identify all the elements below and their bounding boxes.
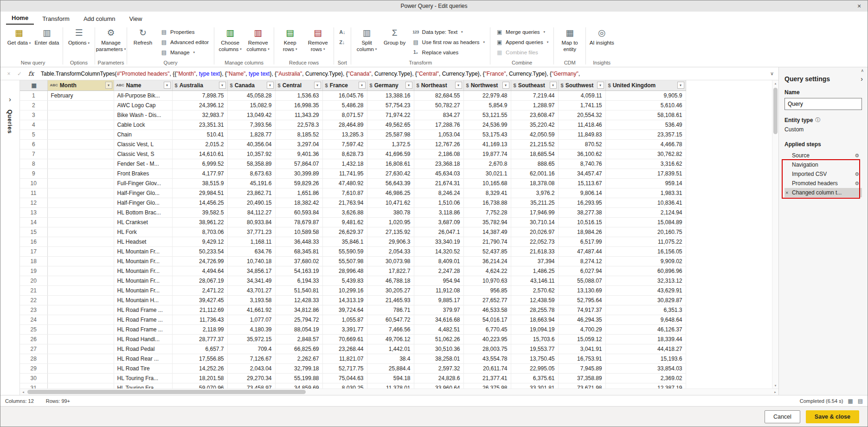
filter-icon[interactable]: ▾ [550, 82, 557, 89]
cell[interactable]: 1,510.06 [414, 198, 463, 207]
cell[interactable]: 1,651.86 [275, 188, 322, 198]
cell[interactable]: 4,177.97 [172, 168, 227, 178]
cell[interactable]: 2,471.22 [172, 285, 227, 295]
data-type-text-button[interactable]: 123Data type: Text▾ [409, 27, 488, 37]
row-number[interactable]: 18 [20, 256, 47, 266]
cell[interactable]: 30,021.1 [463, 168, 511, 178]
gear-icon[interactable]: ⚙ [855, 171, 859, 177]
cell[interactable]: 16,998.35 [275, 100, 322, 110]
cell[interactable]: 7,898.75 [172, 91, 227, 100]
cell[interactable]: 13,750.45 [511, 354, 558, 363]
cell[interactable]: 3,976.2 [511, 188, 558, 198]
ai-insights-button[interactable]: ◎AI insights [588, 26, 615, 56]
cell[interactable]: 3,297.04 [275, 139, 322, 149]
choose-columns-button[interactable]: ▥Choose columns▾ [217, 26, 244, 56]
cell[interactable]: 8,673.63 [227, 168, 275, 178]
cell[interactable]: HL Touring Fra... [114, 383, 172, 388]
cell[interactable]: 46,533.58 [463, 305, 511, 315]
cell[interactable]: HL Headset [114, 237, 172, 246]
cell[interactable]: 17,839.51 [605, 168, 686, 178]
cell[interactable]: 56,643.39 [367, 178, 414, 188]
cell[interactable]: 1,486.25 [511, 266, 558, 276]
filter-icon[interactable]: ▾ [314, 82, 321, 89]
cell[interactable]: 11,912.08 [414, 285, 463, 295]
cell[interactable]: 9,401.36 [275, 149, 322, 159]
cell[interactable]: 15,084.89 [605, 217, 686, 227]
column-type-icon[interactable]: $ [417, 83, 419, 88]
cell[interactable]: 18,984.26 [558, 227, 605, 237]
cell[interactable]: 28,996.48 [322, 266, 367, 276]
cell[interactable]: 43,701.27 [227, 285, 275, 295]
cell[interactable]: 55,088.07 [558, 276, 605, 285]
cell[interactable]: 536.49 [605, 120, 686, 129]
cell[interactable] [47, 344, 114, 354]
cell[interactable]: 2,118.99 [172, 324, 227, 334]
cell[interactable]: 8,274.12 [558, 256, 605, 266]
cell[interactable]: 53,121.55 [463, 110, 511, 120]
cell[interactable]: 7,393.56 [227, 120, 275, 129]
cell[interactable]: HL Mountain Fr... [114, 285, 172, 295]
row-number[interactable]: 13 [20, 207, 47, 217]
cell[interactable] [47, 168, 114, 178]
cell[interactable]: 13,388.16 [367, 91, 414, 100]
cell[interactable]: 24,396.12 [172, 100, 227, 110]
collapse-panel-icon[interactable]: › [861, 75, 863, 83]
cell[interactable]: 38.4 [367, 354, 414, 363]
cell[interactable]: 956.85 [463, 285, 511, 295]
cell[interactable]: Classic Vest, S [114, 149, 172, 159]
advanced-editor-button[interactable]: ▤Advanced editor [157, 37, 212, 47]
cell[interactable]: 27,135.92 [367, 227, 414, 237]
cell[interactable]: 1,432.18 [322, 159, 367, 168]
cell[interactable]: 55,507.98 [322, 256, 367, 266]
row-number[interactable]: 9 [20, 168, 47, 178]
cell[interactable]: 38,277.38 [558, 207, 605, 217]
info-icon[interactable]: ⓘ [815, 116, 820, 123]
column-type-icon[interactable]: $ [514, 83, 516, 88]
cell[interactable]: 12,767.26 [414, 139, 463, 149]
cell[interactable]: 68,345.81 [275, 246, 322, 256]
cell[interactable]: 44,418.27 [605, 344, 686, 354]
cell[interactable]: 18,663.94 [511, 315, 558, 324]
cell[interactable]: 16,045.76 [322, 91, 367, 100]
row-number[interactable]: 29 [20, 363, 47, 373]
cell[interactable]: 4,180.39 [227, 324, 275, 334]
cell[interactable]: 34,457.47 [558, 168, 605, 178]
cell[interactable]: 13,130.69 [558, 285, 605, 295]
cell[interactable]: 7,597.42 [322, 139, 367, 149]
row-number[interactable]: 17 [20, 246, 47, 256]
cell[interactable]: 17,946.99 [511, 207, 558, 217]
get-data-button[interactable]: ▦Get data▾ [6, 26, 32, 56]
cell[interactable]: 26,375.98 [463, 383, 511, 388]
filter-icon[interactable]: ▾ [597, 82, 604, 89]
filter-icon[interactable]: ▾ [164, 82, 171, 89]
cell[interactable]: 33,960.64 [414, 383, 463, 388]
cell[interactable]: 21,763.94 [322, 198, 367, 207]
row-number[interactable]: 30 [20, 373, 47, 383]
cell[interactable]: 35,220.42 [511, 120, 558, 129]
row-number[interactable]: 21 [20, 285, 47, 295]
cell[interactable]: 45,191.6 [227, 178, 275, 188]
cell[interactable]: 16,808.61 [367, 159, 414, 168]
cell[interactable]: 34,341.49 [227, 276, 275, 285]
column-header-central[interactable]: $Central▾ [275, 80, 322, 91]
cell[interactable]: 45,058.28 [227, 91, 275, 100]
cell[interactable] [47, 100, 114, 110]
cell[interactable] [47, 354, 114, 363]
cell[interactable]: 9,905.9 [605, 91, 686, 100]
split-column-button[interactable]: ▥Split column▾ [354, 26, 380, 56]
cell[interactable]: 7,945.89 [558, 363, 605, 373]
cell[interactable]: 2,015.2 [172, 139, 227, 149]
column-type-icon[interactable]: $ [278, 83, 281, 88]
cell[interactable]: 28,067.19 [172, 276, 227, 285]
row-number[interactable]: 3 [20, 110, 47, 120]
cell[interactable]: 38,258.01 [414, 354, 463, 363]
cell[interactable]: 23,351.31 [172, 120, 227, 129]
cell[interactable]: 60,547.72 [367, 315, 414, 324]
cell[interactable]: 2,186.08 [414, 149, 463, 159]
cell[interactable]: 26,047.1 [414, 227, 463, 237]
remove-rows-button[interactable]: ▤Remove rows▾ [304, 26, 331, 56]
cell[interactable]: 32,313.12 [605, 276, 686, 285]
cell[interactable]: HL Road Frame ... [114, 324, 172, 334]
cell[interactable]: AWC Logo Cap [114, 100, 172, 110]
cell[interactable]: 11,821.07 [322, 354, 367, 363]
